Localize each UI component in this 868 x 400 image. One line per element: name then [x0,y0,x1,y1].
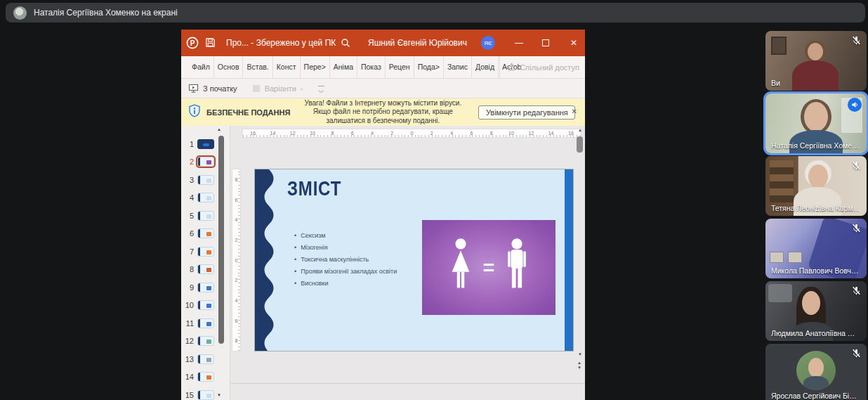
quick-access-bar: З початку Варіанти ⌄ —⌵ [181,78,585,98]
Людмила Анатоліївна Со...[interactable]: Людмила Анатоліївна Со... [765,281,867,341]
slide-canvas[interactable]: ЗМІСТ СексизмМізогеніяТоксична маскулінн… [254,169,574,351]
previous-next-slide-buttons[interactable]: ▲▼ [576,361,583,370]
ribbon-display-options-button[interactable]: —⌵ [318,84,324,93]
slide-thumbnail-image [197,336,214,346]
pane-divider[interactable] [231,383,585,384]
slide-thumbnail[interactable]: 4 [181,189,214,207]
ribbon-tab[interactable]: Встав. [243,56,272,78]
scroll-up-icon[interactable]: ▲ [578,128,582,132]
thumbnail-scrollbar[interactable] [218,136,224,344]
ruler-tick-label: 4 [442,131,461,136]
powerpoint-icon[interactable]: P [186,37,199,49]
ruler-tick-label: 6 [232,190,240,210]
slide-thumbnail[interactable]: 13 [181,350,214,368]
slide-bullet: Висновки [294,278,397,290]
participant-name: Людмила Анатоліївна Со... [771,329,860,337]
titlebar: P Про... - Збережено у цей ПК Яшний Євге… [181,30,585,56]
person-hair [788,252,802,263]
slide-thumbnail[interactable]: 1 [181,135,214,153]
background-detail [770,160,794,202]
scroll-down-icon[interactable]: ▼ [578,352,582,356]
slide-bullet: Сексизм [294,230,397,242]
slide-thumbnail-image [197,300,214,310]
person-head [808,164,828,188]
ribbon-tab[interactable]: Пере> [301,56,330,78]
slide-thumbnail[interactable]: 7 [181,243,214,261]
participant-name: Ви [771,79,780,87]
protected-view-banner: БЕЗПЕЧНЕ ПОДАННЯ Увага! Файли з Інтернет… [181,98,585,126]
slide-thumbnail[interactable]: 9 [181,278,214,297]
banner-close-icon[interactable]: ✕ [572,108,577,115]
slide-bullet: Прояви мізогенії закладах освіти [294,266,397,278]
ribbon-tab[interactable]: Довід [472,56,499,78]
slide-thumbnail[interactable]: 8 [181,261,214,279]
ribbon-tab[interactable]: Файл [188,56,214,78]
ruler-tick-label: 4 [232,290,240,311]
account-avatar[interactable]: ЯЄ [481,36,495,50]
slide-thumbnail[interactable]: 14 [181,368,214,387]
Тетяна Леонідівна Карм...[interactable]: Тетяна Леонідівна Карм... [765,156,867,216]
thumbnail-accent [206,250,211,254]
slide-thumbnail-image [197,283,214,292]
slide-number: 10 [181,301,194,309]
mic-off-icon [851,223,862,233]
thumbnail-scroll-down-icon[interactable]: ▼ [217,393,221,397]
thumbnail-accent [206,375,211,380]
ribbon-tab[interactable]: Основ [214,56,244,78]
save-icon[interactable] [205,37,216,48]
ruler-tick-label: 2 [232,270,240,290]
ribbon-tab[interactable]: Запис [444,56,472,78]
ribbon-tab[interactable]: Аніма [330,56,357,78]
Наталія Сергіївна Хоменко[interactable]: Наталія Сергіївна Хоменко [765,93,867,153]
search-icon[interactable] [341,38,350,48]
mic-off-icon [851,160,862,171]
message-line-2: Якщо файл не потрібно редагувати, краще [313,108,453,115]
svg-text:P: P [190,39,195,47]
ruler-tick-label: 14 [541,131,560,136]
wave-decoration [255,169,282,351]
thumbnail-accent [206,304,211,308]
slide-thumbnail-image [197,318,214,328]
from-start-button[interactable]: З початку [188,83,237,93]
female-pictogram-icon [447,237,474,299]
slide-thumbnail[interactable]: 3 [181,171,214,189]
ruler-tick-label: 6 [461,131,481,136]
ribbon-tab[interactable]: Пода> [414,56,444,78]
minimize-button[interactable]: — [506,30,532,56]
enable-editing-button[interactable]: Увімкнути редагування [478,105,575,120]
close-button[interactable]: ✕ [561,30,586,56]
slide-thumbnail[interactable]: 15 [181,386,214,400]
variants-dropdown[interactable]: Варіанти ⌄ [253,84,304,93]
window-title: Про... - Збережено у цей ПК [226,38,336,48]
Ви[interactable]: Ви [765,31,867,91]
slide-thumbnail[interactable]: 11 [181,314,214,333]
slide-thumbnail[interactable]: 5 [181,207,214,225]
slide-number: 6 [181,229,194,238]
share-button[interactable]: Спільний доступ [499,56,579,78]
ribbon-tab[interactable]: Показ [357,56,386,78]
participant-name: Наталія Сергіївна Хоменко [771,141,860,150]
ribbon-tab[interactable]: Рецен [386,56,414,78]
ruler-tick-label: 12 [283,131,303,136]
ribbon-tab[interactable]: Конст [273,56,301,78]
slide-number: 8 [181,265,194,273]
vertical-scrollbar[interactable] [577,136,583,153]
ruler-tick-label: 12 [521,131,541,136]
slide-thumbnail[interactable]: 10 [181,297,214,315]
slide-thumbnail[interactable]: 6 [181,225,214,243]
thumbnail-accent [206,196,211,200]
maximize-button[interactable] [533,30,558,56]
slide-thumbnail[interactable]: 12 [181,333,214,351]
slide-thumbnail[interactable]: 2 [181,153,214,172]
slide-number: 9 [181,283,194,292]
Микола Павлович Вовче...[interactable]: Микола Павлович Вовче... [765,219,867,278]
slide-thumbnail-list: 1 2 3 4 [181,135,214,400]
person-head [804,102,828,131]
slide-thumbnail-image [197,157,214,167]
account-name[interactable]: Яшний Євгеній Юрійович [368,38,467,48]
slide-number: 2 [181,157,194,166]
Ярослав Сергійович Білик[interactable]: Ярослав Сергійович Білик [765,344,867,400]
thumbnail-scroll-up-icon[interactable]: ▲ [217,127,221,131]
slide-number: 13 [181,355,194,363]
slide-number: 7 [181,247,194,256]
